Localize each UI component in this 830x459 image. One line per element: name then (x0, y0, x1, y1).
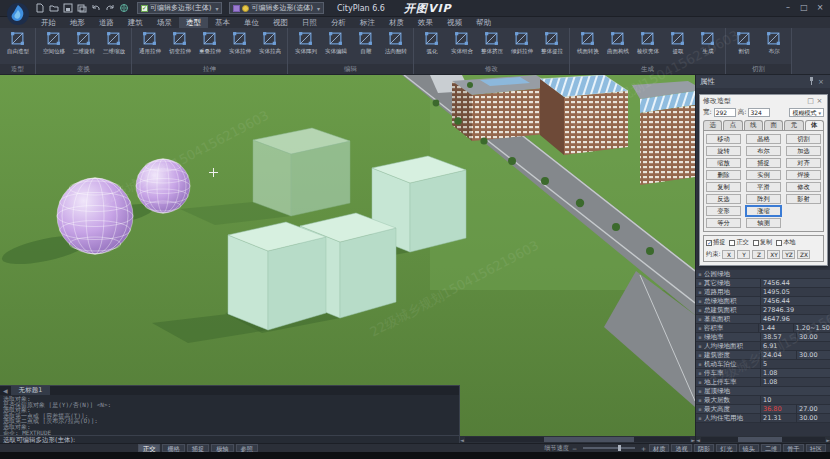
subobject-tab-点[interactable]: 点 (723, 120, 742, 130)
checkbox-本地[interactable]: 本地 (776, 238, 795, 247)
ribbon-tab-分析[interactable]: 分析 (324, 17, 353, 28)
ribbon-tab-帮助[interactable]: 帮助 (469, 17, 498, 28)
edit-button-晶格[interactable]: 晶格 (746, 134, 781, 144)
ribbon-tab-视频[interactable]: 视频 (440, 17, 469, 28)
viewport-3d[interactable]: ◀ 无标题1 选取对象:是否保留原对象 [是(Y)/否(N)] <N>:选取对象… (0, 75, 695, 443)
ribbon-button-弧化[interactable]: 弧化 (417, 30, 446, 56)
checkbox-捕捉[interactable]: 捕捉 (706, 238, 725, 247)
sync-icon[interactable] (118, 2, 130, 14)
selection-filter-dropdown-1[interactable]: 可编辑多边形(主体) ▾ (137, 2, 222, 14)
console-collapse-icon[interactable]: ◀ (0, 387, 11, 394)
ribbon-button-剖切[interactable]: 剖切 (729, 30, 758, 56)
edit-button-缩放[interactable]: 缩放 (706, 158, 741, 168)
constraint-button-X[interactable]: X (722, 250, 735, 259)
ribbon-button-自雕[interactable]: 自雕 (351, 30, 380, 56)
edit-button-轴测[interactable]: 轴测 (746, 218, 781, 228)
scroll-thumb[interactable] (738, 437, 781, 442)
constraint-button-Z[interactable]: Z (752, 250, 765, 259)
constraint-button-ZX[interactable]: ZX (797, 250, 810, 259)
wireframe-sphere-large[interactable] (57, 178, 133, 254)
checkbox-icon[interactable] (776, 240, 782, 246)
ribbon-button-整体挤压[interactable]: 整体挤压 (477, 30, 506, 56)
edit-button-焊接[interactable]: 焊接 (786, 170, 821, 180)
edit-button-变形[interactable]: 变形 (706, 206, 741, 216)
detail-speed-slider[interactable] (583, 447, 635, 449)
ribbon-tab-视图[interactable]: 视图 (266, 17, 295, 28)
scroll-left-icon[interactable]: ◄ (696, 437, 700, 443)
ribbon-button-倾斜拉伸[interactable]: 倾斜拉伸 (507, 30, 536, 56)
toggle-正交[interactable]: 正交 (138, 444, 160, 452)
view-button-材质[interactable]: 材质 (649, 444, 669, 452)
edit-button-反选[interactable]: 反选 (706, 194, 741, 204)
view-button-透视[interactable]: 透视 (671, 444, 691, 452)
edit-button-加选[interactable]: 加选 (786, 146, 821, 156)
ribbon-tab-场景[interactable]: 场景 (150, 17, 179, 28)
ribbon-button-实体编辑[interactable]: 实体编辑 (321, 30, 350, 56)
toggle-捕捉[interactable]: 捕捉 (187, 444, 209, 452)
edit-button-捕捉[interactable]: 捕捉 (746, 158, 781, 168)
slider-knob[interactable] (618, 445, 621, 451)
detail-plus-button[interactable]: + (640, 445, 647, 452)
edit-button-移动[interactable]: 移动 (706, 134, 741, 144)
app-logo-icon[interactable] (5, 1, 31, 27)
ribbon-tab-建筑[interactable]: 建筑 (121, 17, 150, 28)
ribbon-button-实体拉伸[interactable]: 实体拉伸 (225, 30, 254, 56)
ribbon-button-曲面构线[interactable]: 曲面构线 (603, 30, 632, 56)
ribbon-button-法向翻转[interactable]: 法向翻转 (381, 30, 410, 56)
translucent-box[interactable] (253, 128, 350, 216)
ribbon-button-线面转换[interactable]: 线面转换 (573, 30, 602, 56)
ribbon-tab-日照[interactable]: 日照 (295, 17, 324, 28)
save-icon[interactable] (62, 2, 74, 14)
ribbon-tab-效果[interactable]: 效果 (411, 17, 440, 28)
ribbon-button-棱纹壳体[interactable]: 棱纹壳体 (633, 30, 662, 56)
edit-button-对齐[interactable]: 对齐 (786, 158, 821, 168)
constraint-button-YZ[interactable]: YZ (782, 250, 795, 259)
ribbon-button-三维缩放[interactable]: 三维缩放 (99, 30, 128, 56)
ribbon-button-实体组合[interactable]: 实体组合 (447, 30, 476, 56)
ribbon-button-通用拉伸[interactable]: 通用拉伸 (135, 30, 164, 56)
edit-button-布尔[interactable]: 布尔 (746, 146, 781, 156)
redo-icon[interactable] (104, 2, 116, 14)
checkbox-正交[interactable]: 正交 (729, 238, 748, 247)
ribbon-tab-材质[interactable]: 材质 (382, 17, 411, 28)
ribbon-button-三维旋转[interactable]: 三维旋转 (69, 30, 98, 56)
pin-icon[interactable] (806, 77, 816, 87)
edit-button-复制[interactable]: 复制 (706, 182, 741, 192)
detail-minus-button[interactable]: − (571, 445, 578, 452)
scroll-right-icon[interactable]: ► (826, 437, 830, 443)
view-button-镜头[interactable]: 镜头 (739, 444, 759, 452)
table-row[interactable]: ▪人均住宅用地21.3130.00 (696, 414, 830, 423)
open-file-icon[interactable] (48, 2, 60, 14)
scroll-thumb[interactable] (544, 437, 634, 442)
mint-box-3[interactable] (228, 222, 326, 330)
command-console[interactable]: ◀ 无标题1 选取对象:是否保留原对象 [是(Y)/否(N)] <N>:选取对象… (0, 385, 460, 443)
ribbon-tab-开始[interactable]: 开始 (34, 17, 63, 28)
edit-button-平滑[interactable]: 平滑 (746, 182, 781, 192)
edit-button-影射[interactable]: 影射 (786, 194, 821, 204)
subobject-tab-面[interactable]: 面 (764, 120, 783, 130)
toggle-栅格[interactable]: 栅格 (162, 444, 184, 452)
ribbon-tab-单位[interactable]: 单位 (237, 17, 266, 28)
view-button-灯光[interactable]: 灯光 (716, 444, 736, 452)
constraint-button-Y[interactable]: Y (737, 250, 750, 259)
checkbox-icon[interactable] (706, 240, 712, 246)
ribbon-button-切变拉伸[interactable]: 切变拉伸 (165, 30, 194, 56)
ribbon-button-重叠拉伸[interactable]: 重叠拉伸 (195, 30, 224, 56)
ribbon-button-提取[interactable]: 提取 (663, 30, 692, 56)
close-icon[interactable]: × (816, 78, 826, 86)
wireframe-sphere-small[interactable] (136, 159, 190, 213)
close-icon[interactable]: × (815, 97, 824, 105)
dialog-title-bar[interactable]: 修改造型 □ × (700, 95, 827, 107)
height-field[interactable]: 324 (748, 108, 770, 117)
document-tab[interactable]: 无标题1 (11, 386, 51, 395)
ribbon-tab-标注[interactable]: 标注 (353, 17, 382, 28)
checkbox-icon[interactable] (729, 240, 735, 246)
ribbon-tab-地形[interactable]: 地形 (63, 17, 92, 28)
mode-select[interactable]: 模糊模式 ▾ (789, 108, 824, 117)
undo-icon[interactable] (90, 2, 102, 14)
view-button-社区[interactable]: 社区 (806, 444, 826, 452)
ribbon-button-自由造型[interactable]: 自由造型 (3, 30, 32, 56)
edit-button-等分[interactable]: 等分 (706, 218, 741, 228)
close-button[interactable]: × (813, 1, 827, 13)
save-all-icon[interactable] (76, 2, 88, 14)
